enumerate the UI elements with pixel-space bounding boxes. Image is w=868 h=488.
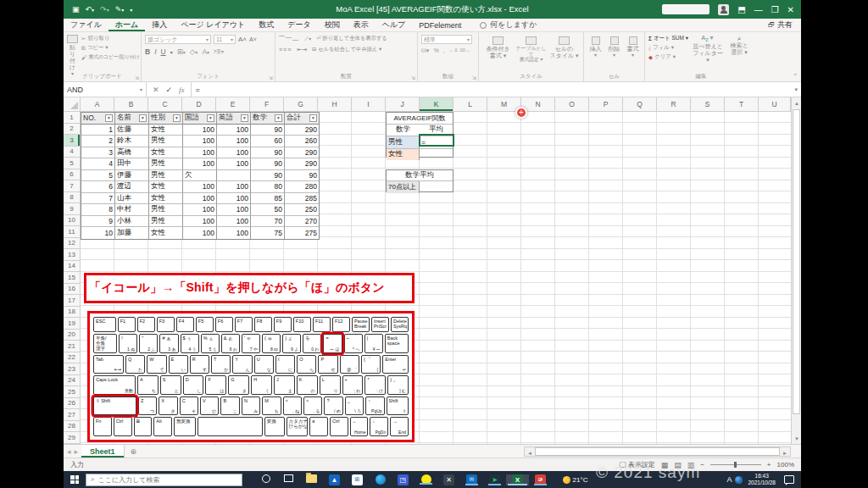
cell-r6c1[interactable]: 伊藤 (115, 170, 149, 182)
zoom-level[interactable]: 100% (777, 461, 794, 469)
row-header-18[interactable]: 18 (64, 307, 81, 319)
filter-icon[interactable]: ▾ (139, 114, 147, 122)
alignment-dialog-launcher-icon[interactable]: ⇲ (411, 75, 415, 80)
cell-r7c1[interactable]: 渡辺 (115, 181, 149, 193)
score-table-header-4[interactable]: 英語▾ (217, 113, 251, 125)
sheet-tab-sheet1[interactable]: Sheet1 (81, 445, 125, 458)
cut-button[interactable]: ✂切り取り (81, 35, 140, 42)
cell-r2c3[interactable]: 100 (183, 125, 217, 136)
horizontal-align-icons[interactable]: ≡≡≡ (279, 47, 292, 53)
column-header-P[interactable]: P (589, 97, 623, 112)
vertical-align-icons[interactable]: ⎺⎻⎼ (279, 36, 299, 42)
cell-r10c3[interactable]: 100 (183, 216, 217, 228)
column-header-E[interactable]: E (216, 97, 250, 112)
horizontal-scrollbar[interactable]: ◄ ► (524, 446, 791, 457)
zoom-out-icon[interactable]: − (700, 461, 704, 469)
start-button[interactable] (64, 471, 86, 488)
cell-r10c1[interactable]: 小林 (115, 216, 149, 228)
row-header-4[interactable]: 4 (64, 147, 81, 158)
tab-item-8[interactable]: ヘルプ (376, 19, 413, 31)
cell-r9c4[interactable]: 100 (217, 204, 251, 216)
cell-r6c4[interactable] (217, 170, 251, 182)
column-header-L[interactable]: L (453, 97, 487, 112)
cell-styles-button[interactable]: セルのスタイル ▾ (548, 36, 580, 63)
formula-input[interactable]: = (192, 86, 795, 94)
horizontal-scroll-thumb[interactable] (535, 447, 780, 456)
filter-icon[interactable]: ▾ (275, 114, 282, 122)
female-average-cell[interactable] (420, 149, 453, 161)
delete-cells-button[interactable]: 削除▾ (606, 36, 622, 58)
store-icon[interactable]: ⊞ (346, 474, 369, 485)
cell-r5c6[interactable]: 290 (285, 158, 319, 170)
enter-icon[interactable]: ✓ (166, 86, 173, 94)
column-header-O[interactable]: O (555, 97, 589, 112)
row-header-13[interactable]: 13 (64, 249, 81, 261)
cell-r6c5[interactable]: 90 (251, 170, 285, 182)
row-header-29[interactable]: 29 (64, 432, 81, 444)
cell-r3c0[interactable]: 2 (81, 136, 115, 147)
save-icon[interactable]: ▣ (72, 5, 80, 14)
currency-icon[interactable]: ⛁▾ (421, 47, 429, 54)
tab-file[interactable]: ファイル (64, 19, 108, 31)
taskbar-search[interactable]: ⌕ ここに入力して検索 (86, 474, 242, 486)
cell-r3c6[interactable]: 260 (285, 136, 319, 147)
cell-r4c0[interactable]: 3 (81, 147, 115, 159)
cell-r11c0[interactable]: 10 (81, 227, 115, 239)
cell-r3c1[interactable]: 鈴木 (115, 136, 149, 147)
mail-icon[interactable]: ✉ (460, 474, 483, 485)
share-button[interactable]: 🗗 共有 (768, 19, 801, 30)
cell-r7c6[interactable]: 280 (285, 181, 319, 193)
paste-button[interactable]: 貼り付け▾ (67, 35, 78, 77)
cell-r7c2[interactable]: 女性 (149, 181, 183, 193)
cell-r10c2[interactable]: 男性 (149, 216, 183, 228)
task-view-icon[interactable] (277, 474, 300, 482)
row-header-10[interactable]: 10 (64, 215, 81, 227)
cell-r8c0[interactable]: 7 (81, 193, 115, 205)
column-header-Q[interactable]: Q (623, 97, 657, 112)
cell-r9c5[interactable]: 50 (251, 204, 285, 216)
blue-app-icon[interactable]: ◳ (392, 474, 415, 485)
sort-filter-button[interactable]: AZ▼ 並べ替えとフィルター ▾ (693, 35, 723, 64)
cell-r4c2[interactable]: 女性 (149, 147, 183, 159)
minimize-icon[interactable]: — (754, 5, 763, 14)
cell-r9c6[interactable]: 250 (285, 204, 319, 216)
cell-r10c0[interactable]: 9 (81, 216, 115, 228)
cell-r2c2[interactable]: 女性 (149, 125, 183, 136)
averageif-title-cell[interactable]: AVERAGEIF関数 (387, 113, 453, 125)
cell-r5c5[interactable]: 90 (251, 158, 285, 170)
tab-item-4[interactable]: 数式 (252, 19, 281, 31)
row-header-16[interactable]: 16 (64, 284, 81, 296)
next-sheet-icon[interactable]: ▸ (75, 447, 82, 456)
tab-item-2[interactable]: 挿入 (145, 19, 174, 31)
weather-widget[interactable]: 21°C (559, 476, 593, 484)
find-select-button[interactable]: ⌕ 検索と選択 ▾ (727, 35, 751, 64)
row-header-21[interactable]: 21 (64, 341, 81, 352)
format-painter-button[interactable]: 🖌書式のコピー/貼り付け (81, 53, 140, 61)
indent-icons[interactable]: ⇤⇥ (297, 47, 307, 53)
filter-icon[interactable]: ▾ (105, 114, 113, 122)
expand-formula-bar-icon[interactable]: ▾ (794, 86, 801, 93)
shrink-font-icon[interactable]: A˅ (249, 36, 257, 42)
format-as-table-button[interactable]: テーブルとして書式設定 ▾ (515, 36, 547, 63)
cell-r8c1[interactable]: 山本 (115, 193, 149, 205)
new-sheet-icon[interactable]: ⊕ (125, 447, 143, 456)
ime-indicator[interactable]: A (723, 475, 735, 484)
keyboard-image[interactable]: ESCF1F2F3F4F5F6F7F8F9F10F11F12Pause Brea… (87, 311, 415, 442)
cell-r6c3[interactable]: 欠 (183, 170, 217, 182)
yellow-app-icon[interactable] (415, 474, 437, 485)
row-header-15[interactable]: 15 (64, 272, 81, 284)
column-header-F[interactable]: F (250, 97, 284, 112)
cell-r10c6[interactable]: 270 (285, 216, 319, 228)
cell-r8c3[interactable]: 100 (183, 193, 217, 205)
taskbar-clock[interactable]: 16:43 2021/10/28 (743, 473, 781, 486)
cell-r2c1[interactable]: 佐藤 (115, 125, 149, 136)
column-header-H[interactable]: H (318, 97, 352, 112)
excel-icon[interactable]: X (506, 474, 529, 485)
conditional-formatting-button[interactable]: 条件付き書式 ▾ (482, 36, 514, 63)
cell-r11c4[interactable]: 100 (217, 227, 251, 239)
prev-sheet-icon[interactable]: ◂ (64, 447, 75, 456)
font-size-combo[interactable]: 11▾ (214, 35, 236, 44)
row-header-20[interactable]: 20 (64, 330, 81, 341)
bold-button[interactable]: B (145, 47, 150, 56)
tab-item-3[interactable]: ページ レイアウト (174, 19, 252, 31)
